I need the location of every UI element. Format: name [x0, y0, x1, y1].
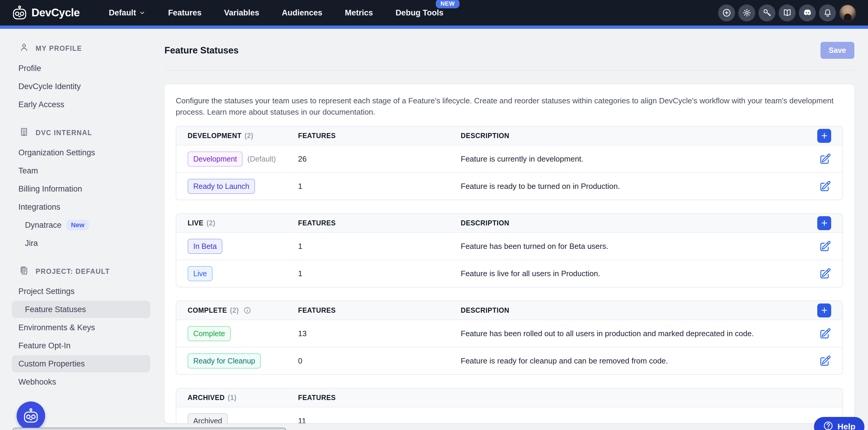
- column-header-features: FEATURES: [298, 306, 461, 314]
- status-description: Feature is ready for cleanup and can be …: [461, 356, 793, 366]
- status-chip: Live: [188, 266, 213, 281]
- status-chip: Archived: [188, 413, 228, 423]
- top-navbar: DevCycle DefaultFeaturesVariablesAudienc…: [0, 0, 868, 26]
- sidebar-item-early-access[interactable]: Early Access: [12, 96, 150, 113]
- sidebar-item-billing-information[interactable]: Billing Information: [12, 180, 150, 197]
- column-header-description: DESCRIPTION: [461, 306, 793, 314]
- table-category-title: LIVE (2): [188, 219, 298, 227]
- column-header-features: FEATURES: [298, 219, 461, 227]
- sidebar-section-title: PROJECT: DEFAULT: [36, 268, 110, 276]
- status-description: Feature has been rolled out to all users…: [461, 329, 793, 338]
- nav-item-label: Default: [109, 8, 136, 18]
- help-button[interactable]: Help: [814, 417, 864, 430]
- edit-status-icon[interactable]: [819, 355, 831, 367]
- sidebar-item-integrations[interactable]: Integrations: [12, 198, 150, 216]
- status-table-live: LIVE (2)FEATURESDESCRIPTIONIn Beta1Featu…: [176, 213, 843, 287]
- brand-name: DevCycle: [31, 6, 80, 19]
- sidebar-item-label: Dynatrace: [25, 221, 61, 230]
- nav-item-variables[interactable]: Variables: [213, 8, 271, 18]
- edit-status-icon[interactable]: [819, 328, 831, 339]
- sidebar-item-custom-properties[interactable]: Custom Properties: [12, 355, 150, 372]
- features-count: 0: [298, 356, 461, 366]
- api-key-icon[interactable]: [758, 4, 775, 21]
- sidebar-item-devcycle-identity[interactable]: DevCycle Identity: [12, 78, 150, 95]
- sidebar-item-label: Jira: [25, 239, 38, 248]
- sidebar-item-feature-opt-in[interactable]: Feature Opt-In: [12, 337, 150, 354]
- sidebar-section-title: MY PROFILE: [36, 44, 82, 53]
- nav-item-audiences[interactable]: Audiences: [271, 8, 334, 18]
- table-category-title: ARCHIVED (1): [188, 394, 298, 402]
- sidebar-item-organization-settings[interactable]: Organization Settings: [12, 144, 150, 161]
- status-description: Feature is ready to be turned on in Prod…: [461, 182, 793, 191]
- nav-item-label: Audiences: [282, 8, 322, 18]
- add-status-button[interactable]: [817, 216, 831, 230]
- sidebar-item-label: Feature Statuses: [25, 305, 86, 314]
- settings-gear-icon[interactable]: [738, 4, 755, 21]
- sidebar-section-header: MY PROFILE: [12, 42, 150, 54]
- status-chip: Ready for Cleanup: [188, 354, 261, 369]
- table-header-row: COMPLETE (2)FEATURESDESCRIPTION: [176, 301, 842, 319]
- sidebar-section: DVC INTERNALOrganization SettingsTeamBil…: [12, 127, 150, 252]
- features-count: 11: [298, 416, 461, 423]
- new-badge: NEW: [436, 0, 460, 8]
- settings-sidebar: MY PROFILEProfileDevCycle IdentityEarly …: [0, 29, 154, 430]
- sidebar-section: PROJECT: DEFAULTProject SettingsFeature …: [12, 266, 150, 391]
- column-header-features: FEATURES: [298, 132, 461, 140]
- user-icon: [19, 42, 29, 54]
- features-count: 13: [298, 329, 461, 338]
- add-circle-icon[interactable]: [718, 4, 735, 21]
- features-count: 1: [298, 242, 461, 251]
- status-table-archived: ARCHIVED (1)FEATURESArchived11: [176, 388, 843, 423]
- table-header-row: DEVELOPMENT (2)FEATURESDESCRIPTION: [176, 126, 842, 145]
- status-row-ready-for-cleanup: Ready for Cleanup0Feature is ready for c…: [176, 347, 842, 374]
- category-count: (2): [207, 219, 216, 227]
- notifications-bell-icon[interactable]: [819, 4, 836, 21]
- nav-item-default[interactable]: Default: [98, 8, 157, 18]
- category-count: (1): [228, 394, 237, 402]
- status-chip: Ready to Launch: [188, 179, 255, 194]
- status-row-live: Live1Feature is live for all users in Pr…: [176, 259, 842, 287]
- nav-item-metrics[interactable]: Metrics: [334, 8, 384, 18]
- nav-item-label: Variables: [224, 8, 259, 18]
- nav-item-features[interactable]: Features: [157, 8, 213, 18]
- info-icon[interactable]: [243, 306, 251, 314]
- status-description: Feature is live for all users in Product…: [461, 269, 793, 278]
- table-category-title: DEVELOPMENT (2): [188, 132, 298, 140]
- nav-item-label: Metrics: [345, 8, 373, 18]
- add-status-button[interactable]: [817, 304, 831, 317]
- sidebar-item-label: Project Settings: [19, 287, 74, 296]
- sidebar-section-header: PROJECT: DEFAULT: [12, 266, 150, 277]
- sidebar-item-dynatrace[interactable]: DynatraceNew: [12, 216, 150, 234]
- sidebar-item-environments-keys[interactable]: Environments & Keys: [12, 319, 150, 336]
- category-name: DEVELOPMENT: [188, 132, 242, 140]
- edit-status-icon[interactable]: [819, 240, 831, 252]
- edit-status-icon[interactable]: [819, 268, 831, 279]
- nav-item-debug-tools[interactable]: Debug ToolsNEW: [384, 8, 455, 18]
- edit-status-icon[interactable]: [819, 153, 831, 165]
- save-button[interactable]: Save: [820, 42, 854, 59]
- status-chip: Complete: [188, 326, 231, 341]
- navbar-icon-group: [718, 4, 856, 21]
- discord-icon[interactable]: [799, 4, 816, 21]
- sidebar-item-team[interactable]: Team: [12, 162, 150, 179]
- sidebar-item-webhooks[interactable]: Webhooks: [12, 373, 150, 391]
- sidebar-section-header: DVC INTERNAL: [12, 127, 150, 139]
- devcycle-assistant-fab[interactable]: [17, 401, 45, 430]
- devcycle-logo[interactable]: DevCycle: [12, 5, 80, 21]
- chevron-down-icon: [139, 9, 146, 16]
- sidebar-item-profile[interactable]: Profile: [12, 60, 150, 77]
- status-row-archived: Archived11: [176, 407, 842, 423]
- add-status-button[interactable]: [817, 129, 831, 143]
- sidebar-item-feature-statuses[interactable]: Feature Statuses: [12, 301, 150, 318]
- edit-status-icon[interactable]: [819, 180, 831, 192]
- features-count: 26: [298, 154, 461, 164]
- docs-book-icon[interactable]: [779, 4, 796, 21]
- sidebar-item-label: Profile: [19, 64, 41, 73]
- sidebar-section: MY PROFILEProfileDevCycle IdentityEarly …: [12, 42, 150, 113]
- user-avatar[interactable]: [839, 4, 856, 21]
- devcycle-app: DevCycle DefaultFeaturesVariablesAudienc…: [0, 0, 868, 430]
- sidebar-item-project-settings[interactable]: Project Settings: [12, 283, 150, 300]
- default-status-label: (Default): [247, 155, 276, 163]
- status-chip: In Beta: [188, 239, 222, 254]
- sidebar-item-jira[interactable]: Jira: [12, 235, 150, 252]
